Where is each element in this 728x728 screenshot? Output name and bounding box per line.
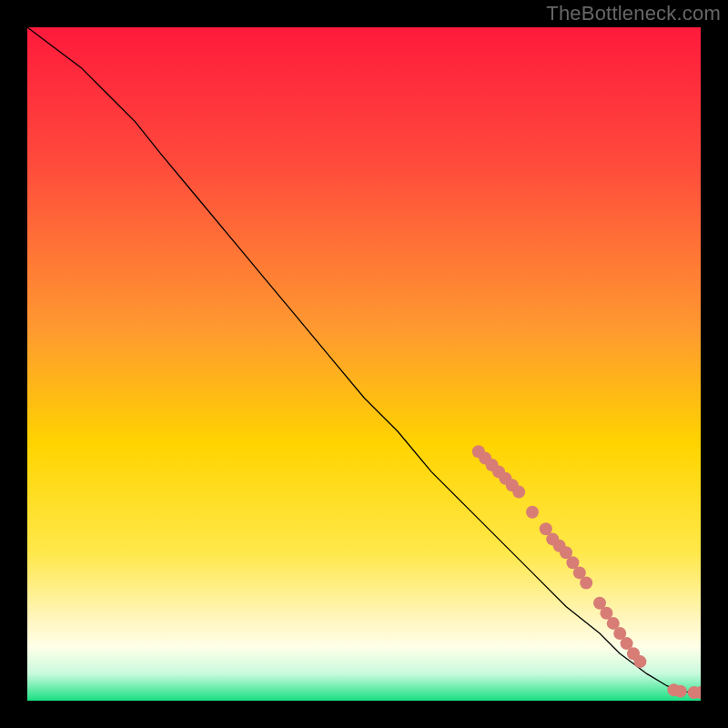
watermark-text: TheBottleneck.com: [546, 2, 721, 25]
chart-plot-area: [27, 27, 701, 701]
chart-svg: [27, 27, 701, 701]
marker-point: [674, 685, 687, 698]
marker-point: [512, 486, 525, 499]
marker-point: [580, 577, 592, 590]
chart-frame: TheBottleneck.com: [0, 0, 728, 728]
marker-point: [633, 655, 646, 668]
marker-point: [526, 506, 539, 519]
